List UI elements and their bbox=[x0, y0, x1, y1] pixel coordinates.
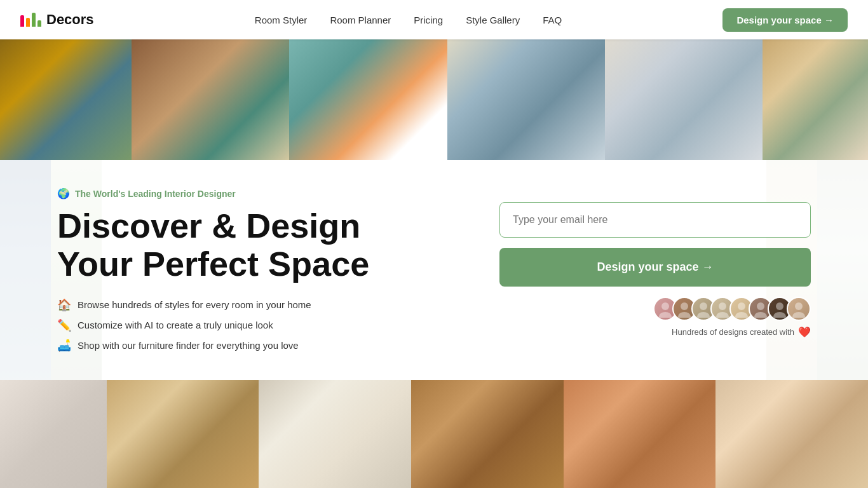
design-space-button[interactable]: Design your space → bbox=[499, 248, 811, 287]
navbar: Decors Room Styler Room Planner Pricing … bbox=[0, 0, 868, 39]
avatar-8 bbox=[787, 297, 811, 321]
feature-item-3: 🛋️ Shop with our furniture finder for ev… bbox=[57, 339, 451, 353]
svg-point-6 bbox=[719, 302, 726, 310]
nav-style-gallery[interactable]: Style Gallery bbox=[466, 15, 520, 25]
hero-content-card: 🌍 The World's Leading Interior Designer … bbox=[0, 160, 868, 380]
social-proof-text: Hundreds of designs created with ❤️ bbox=[672, 326, 811, 338]
svg-point-3 bbox=[678, 312, 691, 318]
hero-right-content: Design your space → bbox=[499, 202, 811, 338]
feature-list: 🏠 Browse hundreds of styles for every ro… bbox=[57, 298, 451, 353]
bottom-room-2 bbox=[107, 380, 259, 488]
svg-point-12 bbox=[776, 302, 783, 310]
world-leading-text: The World's Leading Interior Designer bbox=[75, 189, 236, 199]
feature-text-3: Shop with our furniture finder for every… bbox=[78, 340, 299, 351]
feature-text-1: Browse hundreds of styles for every room… bbox=[78, 299, 311, 310]
svg-point-1 bbox=[659, 312, 672, 318]
logo-bar-4 bbox=[37, 20, 41, 27]
sofa-emoji: 🛋️ bbox=[57, 339, 71, 353]
logo-bar-2 bbox=[26, 18, 30, 27]
avatars-row bbox=[653, 297, 811, 321]
feature-item-1: 🏠 Browse hundreds of styles for every ro… bbox=[57, 298, 451, 312]
bottom-room-1 bbox=[0, 380, 107, 488]
feature-text-2: Customize with AI to create a truly uniq… bbox=[78, 320, 273, 330]
globe-icon: 🌍 bbox=[57, 187, 70, 200]
hero-left-content: 🌍 The World's Leading Interior Designer … bbox=[57, 187, 451, 353]
logo-icon bbox=[20, 13, 41, 27]
nav-room-planner[interactable]: Room Planner bbox=[330, 15, 391, 25]
hero-title: Discover & Design Your Perfect Space bbox=[57, 207, 451, 283]
svg-point-9 bbox=[735, 312, 748, 318]
bottom-room-3 bbox=[259, 380, 411, 488]
house-emoji: 🏠 bbox=[57, 298, 71, 312]
hero-title-line1: Discover & Design bbox=[57, 207, 360, 245]
hero-section: 🌍 The World's Leading Interior Designer … bbox=[0, 160, 868, 380]
logo-bar-3 bbox=[32, 13, 36, 27]
nav-links: Room Styler Room Planner Pricing Style G… bbox=[255, 15, 562, 25]
logo[interactable]: Decors bbox=[20, 11, 94, 28]
bottom-room-6 bbox=[715, 380, 868, 488]
svg-point-14 bbox=[795, 302, 803, 310]
bottom-room-5 bbox=[564, 380, 716, 488]
room-image-4 bbox=[447, 39, 605, 160]
svg-point-15 bbox=[792, 312, 805, 318]
svg-point-4 bbox=[700, 302, 707, 310]
room-image-5 bbox=[605, 39, 763, 160]
room-image-3 bbox=[289, 39, 447, 160]
logo-text: Decors bbox=[46, 11, 94, 28]
svg-point-8 bbox=[738, 302, 745, 310]
hero-title-line2: Your Perfect Space bbox=[57, 245, 369, 283]
room-image-6 bbox=[763, 39, 868, 160]
email-input[interactable] bbox=[499, 202, 811, 238]
logo-bar-1 bbox=[20, 15, 24, 27]
svg-point-0 bbox=[661, 302, 669, 310]
bottom-image-strip bbox=[0, 380, 868, 488]
nav-faq[interactable]: FAQ bbox=[543, 15, 562, 25]
pencil-emoji: ✏️ bbox=[57, 318, 71, 332]
bottom-room-4 bbox=[411, 380, 564, 488]
social-proof-label: Hundreds of designs created with bbox=[672, 327, 794, 337]
svg-point-7 bbox=[716, 312, 729, 318]
feature-item-2: ✏️ Customize with AI to create a truly u… bbox=[57, 318, 451, 332]
room-image-1 bbox=[0, 39, 132, 160]
heart-icon: ❤️ bbox=[798, 326, 811, 338]
svg-point-5 bbox=[697, 312, 710, 318]
world-leading-badge: 🌍 The World's Leading Interior Designer bbox=[57, 187, 451, 200]
svg-point-11 bbox=[754, 312, 767, 318]
social-proof: Hundreds of designs created with ❤️ bbox=[499, 297, 811, 338]
svg-point-10 bbox=[757, 302, 764, 310]
svg-point-13 bbox=[773, 312, 786, 318]
nav-pricing[interactable]: Pricing bbox=[414, 15, 443, 25]
nav-cta-button[interactable]: Design your space → bbox=[722, 8, 848, 32]
top-image-strip bbox=[0, 39, 868, 160]
room-image-2 bbox=[132, 39, 289, 160]
nav-room-styler[interactable]: Room Styler bbox=[255, 15, 308, 25]
svg-point-2 bbox=[681, 302, 688, 310]
